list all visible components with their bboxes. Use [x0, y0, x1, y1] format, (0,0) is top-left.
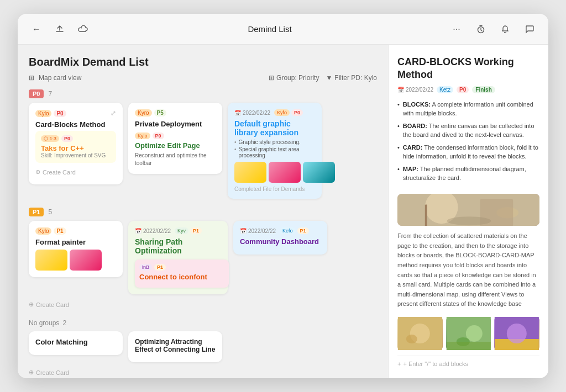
svg-point-6: [447, 216, 491, 225]
card-color-matching[interactable]: Color Matching: [29, 331, 123, 355]
card-title: Optimizing Attracting Effect of Connecti…: [135, 338, 216, 353]
detail-img-2: [446, 317, 491, 350]
cards-row-p0: Kylo P0 ⤢ Card-Blocks Method ⬡ 1·3 P0 Ta…: [29, 103, 377, 199]
card-header: Kylo P0 ⤢: [35, 109, 116, 117]
user-badge: Kyro: [135, 109, 152, 116]
priority-count-p0: 7: [48, 90, 52, 98]
notification-button[interactable]: [497, 22, 513, 37]
bullet-blocks: • BLOCKS: A complete information unit co…: [397, 100, 539, 118]
detail-bottom-images: [397, 317, 539, 350]
priority-header-p1: P1 5: [29, 208, 377, 216]
sub-pri: P1: [154, 264, 166, 271]
sub-user: inB: [139, 264, 152, 271]
card-title: Color Matching: [35, 338, 116, 346]
card-title: Private Deployment: [135, 120, 216, 128]
svg-rect-3: [425, 204, 427, 226]
card-community-dashboard[interactable]: 📅 2022/02/22 Kefo P1 Community Dashboard: [233, 221, 327, 255]
priority-tag-p0: P0: [29, 89, 44, 98]
card-optimizing[interactable]: Optimizing Attracting Effect of Connecti…: [128, 331, 222, 362]
svg-rect-13: [447, 342, 491, 350]
inner-pri: P0: [61, 135, 73, 142]
pri-badge: P1: [190, 227, 202, 234]
card-img-1: [35, 250, 67, 271]
sub-title: Connect to iconfont: [139, 273, 224, 281]
detail-status: Finish: [472, 86, 495, 93]
priority-tag-p1: P1: [29, 208, 44, 216]
detail-title: CARD-BLOCKS Working Method: [397, 56, 539, 82]
inner-title: Taks for C++: [41, 144, 111, 152]
inner-badge: ⬡ 1·3: [41, 135, 59, 142]
card-img-2: [70, 250, 102, 271]
user-badge: Kefo: [280, 227, 296, 234]
cards-row-nogroups: Color Matching Optimizing Attracting Eff…: [29, 331, 377, 362]
card-img-3: [303, 162, 335, 183]
calendar-icon: 📅: [135, 228, 142, 234]
pri-badge: P0: [291, 109, 303, 116]
card-date: 📅 2022/02/22 Kyfo P0: [234, 109, 315, 116]
sub-card-iconfont[interactable]: inB P1 Connect to iconfont: [135, 259, 229, 288]
detail-meta: 📅 2022/02/22 Ketz P0 Finish: [397, 86, 539, 93]
sub-card-header: inB P1: [139, 264, 224, 271]
toolbar-left: ⊞ Map card view: [29, 74, 81, 82]
header-title: Demind List: [91, 24, 449, 34]
card-format-painter[interactable]: Kylo P1 Format painter: [29, 221, 123, 277]
card-title: Card-Blocks Method: [35, 120, 116, 129]
svg-point-16: [507, 324, 527, 343]
sub-pri: P0: [153, 133, 164, 139]
priority-group-nogroups: No groups 2 Color Matching Optimizing At…: [29, 319, 377, 378]
detail-date: 📅 2022/02/22: [397, 87, 433, 93]
card-date: 📅 2022/02/22 Kefo P1: [240, 227, 321, 234]
main-content: BoardMix Demand List ⊞ Map card view ⊞ G…: [18, 45, 548, 378]
detail-user: Ketz: [437, 86, 453, 93]
user-badge-kylo: Kylo: [35, 110, 51, 117]
pri-badge: P1: [297, 227, 309, 234]
pri-badge: P1: [54, 227, 66, 235]
chat-button[interactable]: [522, 22, 537, 37]
back-button[interactable]: ←: [29, 22, 44, 37]
bullet-card: • CARD: The condensed information block,…: [397, 143, 539, 161]
create-card-button-p1[interactable]: ⊕ Create Card: [29, 299, 377, 310]
plus-icon: ⊕: [35, 168, 40, 176]
expand-icon[interactable]: ⤢: [111, 109, 116, 117]
priority-header-p0: P0 7: [29, 89, 377, 98]
user-badge: Kyv: [175, 227, 188, 234]
pri-badge: P5: [154, 109, 166, 116]
add-block-button[interactable]: + + Enter "/" to add blocks: [397, 356, 539, 367]
create-card-button[interactable]: ⊕ Create Card: [35, 166, 116, 178]
calendar-icon: 📅: [240, 228, 247, 234]
more-button[interactable]: ···: [449, 22, 464, 37]
card-graphic-library[interactable]: 📅 2022/02/22 Kyfo P0 Default graphic lib…: [228, 103, 322, 199]
cards-row-p1: Kylo P1 Format painter 📅 2022: [29, 221, 377, 294]
card-title: Sharing Path Optimization: [135, 237, 221, 255]
card-img-2: [269, 162, 301, 183]
filter-control[interactable]: ▼ Filter PD: Kylo: [326, 74, 377, 82]
card-sharing-path[interactable]: 📅 2022/02/22 Kyv P1 Sharing Path Optimiz…: [128, 221, 228, 294]
group-control[interactable]: ⊞ Group: Priority: [269, 74, 319, 82]
timer-button[interactable]: [473, 22, 489, 37]
toolbar-right: ⊞ Group: Priority ▼ Filter PD: Kylo: [269, 74, 377, 82]
create-card-button-nogroup[interactable]: ⊕ Create Card: [29, 367, 377, 378]
sub-header: Kylo P0: [135, 133, 216, 139]
cloud-button[interactable]: [75, 22, 91, 37]
card-img-1: [234, 162, 266, 183]
user-badge: Kyfo: [274, 109, 290, 116]
detail-description: From the collection of scattered materia…: [397, 231, 539, 309]
priority-group-p1: P1 5 Kylo P1 Format painter: [29, 208, 377, 310]
sub-title: Optimize Edit Page: [135, 141, 216, 150]
bullet-map: • MAP: The planned multidimensional diag…: [397, 165, 539, 183]
detail-bullets: • BLOCKS: A complete information unit co…: [397, 100, 539, 186]
bullet-2: Special graphic text area processing: [234, 146, 315, 158]
upload-button[interactable]: [52, 22, 67, 37]
plus-icon: ⊕: [29, 301, 34, 308]
calendar-icon: 📅: [397, 87, 404, 93]
calendar-icon: 📅: [234, 110, 241, 116]
card-title: Community Dashboard: [240, 237, 321, 246]
card-private-deployment[interactable]: Kyro P5 Private Deployment Kylo P0 Optim…: [128, 103, 222, 174]
bullet-board: • BOARD: The entire canvas can be collec…: [397, 121, 539, 140]
header-left: ←: [29, 22, 91, 37]
card-blocks-method[interactable]: Kylo P0 ⤢ Card-Blocks Method ⬡ 1·3 P0 Ta…: [29, 103, 123, 184]
view-label[interactable]: Map card view: [39, 74, 81, 82]
plus-icon: +: [397, 361, 401, 367]
grid-icon: ⊞: [29, 74, 34, 82]
svg-point-9: [406, 335, 417, 343]
